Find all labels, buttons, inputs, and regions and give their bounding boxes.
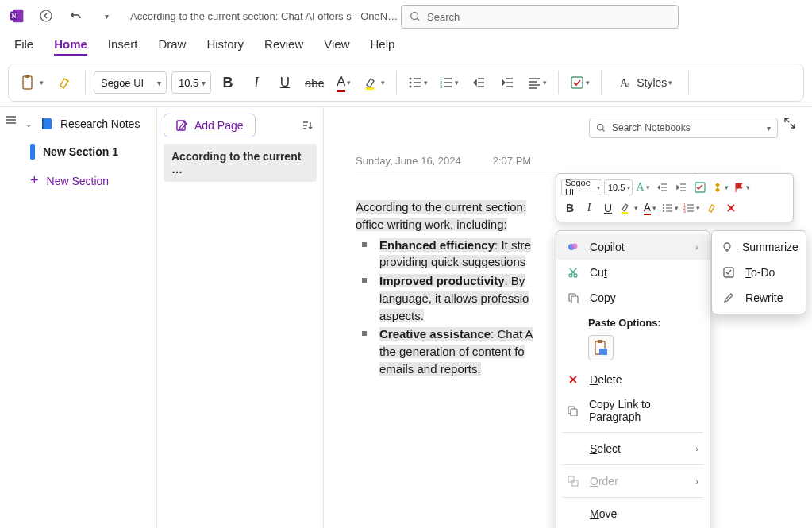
mini-todo-button[interactable] <box>691 179 709 196</box>
paste-keep-formatting-button[interactable] <box>588 335 614 360</box>
undo-button[interactable] <box>65 5 87 27</box>
nav-toggle-button[interactable] <box>0 107 22 528</box>
svg-point-9 <box>410 82 412 84</box>
order-icon <box>566 474 580 488</box>
svg-rect-7 <box>366 87 374 90</box>
global-search-input[interactable]: Search <box>401 5 679 29</box>
submenu-todo[interactable]: To-Do <box>712 260 806 285</box>
svg-rect-22 <box>622 212 628 214</box>
tab-file[interactable]: File <box>14 37 33 56</box>
sort-pages-button[interactable] <box>298 116 317 135</box>
tab-history[interactable]: History <box>206 37 244 56</box>
menu-copy[interactable]: Copy <box>556 285 710 310</box>
pages-panel: Add Page According to the current … <box>157 107 324 528</box>
tab-review[interactable]: Review <box>264 37 303 56</box>
ribbon-tabs: File Home Insert Draw History Review Vie… <box>0 32 812 60</box>
menu-select[interactable]: Select › <box>556 436 710 461</box>
svg-point-17 <box>598 125 604 131</box>
paste-button[interactable]: ▾ <box>13 69 48 96</box>
expand-button[interactable] <box>780 114 799 133</box>
section-item[interactable]: New Section 1 <box>22 137 156 166</box>
strikethrough-button[interactable]: abc <box>302 69 327 96</box>
tab-help[interactable]: Help <box>371 37 395 56</box>
mini-font-name-select[interactable]: Segoe UI <box>561 179 602 195</box>
menu-cut[interactable]: Cut <box>556 260 710 285</box>
mini-highlight-button[interactable]: ▾ <box>618 199 640 217</box>
link-icon <box>566 403 579 418</box>
mini-italic-button[interactable]: I <box>580 199 598 217</box>
mini-numbering-button[interactable]: 123▾ <box>682 199 702 217</box>
mini-underline-button[interactable]: U <box>599 199 617 217</box>
page-item[interactable]: According to the current … <box>164 144 317 182</box>
numbering-button[interactable]: 123▾ <box>436 69 462 96</box>
mini-flag-button[interactable]: ▾ <box>732 179 752 196</box>
tab-view[interactable]: View <box>324 37 349 56</box>
qat-more-button[interactable]: ▾ <box>95 5 117 27</box>
back-button[interactable] <box>35 5 57 27</box>
outdent-button[interactable] <box>467 69 491 96</box>
svg-rect-41 <box>572 480 578 486</box>
bullets-button[interactable]: ▾ <box>405 69 431 96</box>
font-name-select[interactable]: Segoe UI <box>94 71 167 94</box>
svg-rect-19 <box>42 118 44 129</box>
italic-button[interactable]: I <box>244 69 268 96</box>
mini-format-painter-button[interactable] <box>703 199 721 217</box>
paste-options-label: Paste Options: <box>556 310 710 332</box>
tab-draw[interactable]: Draw <box>158 37 186 56</box>
ribbon-home: ▾ Segoe UI 10.5 B I U abc A▾ ▾ ▾ 123▾ ▾ … <box>8 64 804 102</box>
menu-order: Order › <box>556 468 710 494</box>
mini-toolbar: Segoe UI 10.5 A▾ ▾ ▾ B I U ▾ A▾ ▾ 123▾ <box>556 173 794 222</box>
align-button[interactable]: ▾ <box>524 69 550 96</box>
svg-rect-36 <box>598 340 602 343</box>
svg-point-25 <box>663 210 664 212</box>
mini-bold-button[interactable]: B <box>561 199 579 217</box>
svg-rect-37 <box>599 349 607 355</box>
context-menu: CCopilotopilot › Cut Copy Paste Options:… <box>556 230 710 528</box>
notebook-header[interactable]: ⌄ Research Notes <box>22 112 156 137</box>
indent-button[interactable] <box>495 69 519 96</box>
bold-button[interactable]: B <box>216 69 240 96</box>
mini-bullets-button[interactable]: ▾ <box>660 199 680 217</box>
mini-delete-button[interactable] <box>722 199 740 217</box>
svg-point-30 <box>572 244 578 249</box>
svg-text:a: a <box>626 80 629 88</box>
font-size-select[interactable]: 10.5 <box>171 71 211 94</box>
new-section-button[interactable]: + New Section <box>22 166 156 195</box>
svg-rect-5 <box>23 76 32 89</box>
underline-button[interactable]: U <box>273 69 297 96</box>
checkbox-icon <box>722 265 736 279</box>
mini-indent-button[interactable] <box>672 179 690 196</box>
chevron-down-icon: ▾ <box>767 124 771 133</box>
submenu-summarize[interactable]: Summarize <box>712 234 806 260</box>
new-page-icon <box>175 119 188 132</box>
chevron-down-icon: ⌄ <box>25 120 32 129</box>
menu-copy-link[interactable]: Copy Link to Paragraph <box>556 392 710 429</box>
format-painter-button[interactable] <box>53 69 77 96</box>
svg-text:3: 3 <box>440 84 443 89</box>
mini-styles-button[interactable]: A▾ <box>634 179 652 196</box>
add-page-button[interactable]: Add Page <box>164 114 256 137</box>
svg-point-8 <box>410 78 412 80</box>
menu-move[interactable]: Move <box>556 501 710 526</box>
mini-font-color-button[interactable]: A▾ <box>641 199 659 217</box>
search-notebooks-input[interactable]: Search Notebooks ▾ <box>589 118 778 138</box>
tab-insert[interactable]: Insert <box>108 37 138 56</box>
svg-point-3 <box>40 10 52 21</box>
section-label: New Section 1 <box>43 145 118 158</box>
svg-rect-6 <box>25 75 29 78</box>
tab-home[interactable]: Home <box>54 37 87 56</box>
mini-tag-button[interactable]: ▾ <box>710 179 730 196</box>
svg-text:N: N <box>11 13 16 20</box>
submenu-rewrite[interactable]: Rewrite <box>712 285 806 310</box>
font-color-button[interactable]: A▾ <box>332 69 356 96</box>
note-time: 2:07 PM <box>493 155 531 167</box>
todo-tag-button[interactable]: ▾ <box>567 69 593 96</box>
notebook-icon <box>40 117 54 131</box>
styles-button[interactable]: Aa Styles▾ <box>610 69 680 96</box>
notebook-name: Research Notes <box>60 118 140 130</box>
mini-font-size-select[interactable]: 10.5 <box>604 179 633 195</box>
mini-outdent-button[interactable] <box>653 179 671 196</box>
menu-delete[interactable]: Delete <box>556 367 710 392</box>
menu-copilot[interactable]: CCopilotopilot › <box>556 234 710 260</box>
highlight-button[interactable]: ▾ <box>360 69 388 96</box>
